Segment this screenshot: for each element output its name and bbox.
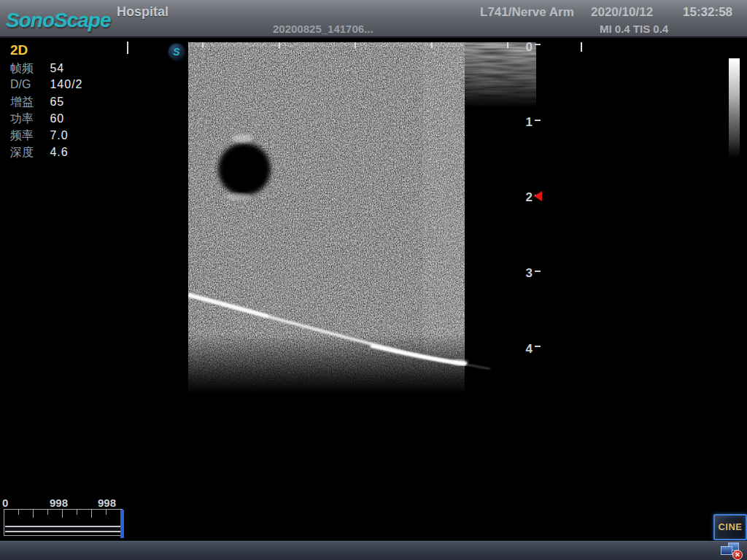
grayscale-bar: [729, 58, 740, 158]
width-ruler-tick: [507, 42, 508, 48]
param-label: 频率: [10, 128, 47, 144]
param-label: D/G: [10, 78, 47, 91]
depth-ruler-tick: [535, 44, 541, 45]
ultrasound-screen: SonoScape Hospital 20200825_141706... L7…: [0, 0, 747, 560]
depth-ruler-tick: [535, 271, 541, 272]
probe-preset: L741/Nerve Arm: [480, 5, 574, 20]
param-value: 65: [50, 96, 64, 108]
param-row-depth: 深度 4.6: [10, 145, 178, 162]
param-value: 140/2: [50, 78, 82, 90]
marker-tick: [581, 42, 582, 52]
depth-ruler-label: 4: [518, 342, 533, 357]
network-status-icon[interactable]: ✕: [721, 542, 743, 559]
param-value: 54: [50, 62, 64, 74]
cine-tick: [33, 510, 34, 518]
system-time: 15:32:58: [683, 5, 732, 20]
param-label: 功率: [10, 112, 47, 127]
param-label: 深度: [10, 145, 47, 160]
cine-tick: [47, 510, 48, 515]
system-date: 2020/10/12: [591, 5, 653, 20]
cine-tick: [91, 510, 92, 518]
param-row-dynamic-range: D/G 140/2: [10, 78, 178, 95]
imaging-mode-label: 2D: [10, 42, 28, 58]
param-label: 增益: [10, 95, 47, 110]
cine-tick: [62, 510, 63, 518]
cine-slider-track[interactable]: [5, 526, 120, 532]
depth-ruler-label: 3: [518, 266, 533, 281]
cine-current-label: 998: [50, 497, 68, 509]
depth-ruler-label: 2: [518, 190, 533, 205]
network-disconnected-icon: ✕: [732, 550, 743, 560]
param-row-power: 功率 60: [10, 112, 178, 128]
param-value: 60: [50, 112, 64, 125]
focus-marker-icon[interactable]: [534, 191, 542, 201]
width-ruler-tick: [355, 42, 356, 48]
cine-tick: [77, 510, 77, 515]
param-value: 7.0: [50, 129, 68, 141]
width-ruler-tick: [279, 42, 280, 48]
top-status-bar: SonoScape Hospital 20200825_141706... L7…: [0, 0, 747, 38]
probe-orientation-icon: S: [169, 44, 185, 60]
sonoscape-logo: SonoScape: [6, 9, 110, 32]
acoustic-indices: MI 0.4 TIS 0.4: [600, 23, 668, 35]
cine-tick: [106, 510, 107, 515]
depth-ruler-tick: [535, 120, 541, 121]
param-value: 4.6: [50, 146, 68, 158]
institution-name: Hospital: [117, 4, 169, 20]
param-row-frame-rate: 帧频 54: [10, 61, 178, 78]
exam-id: 20200825_141706...: [273, 23, 374, 35]
width-ruler-tick: [202, 42, 204, 48]
depth-ruler-tick: [535, 346, 541, 347]
cine-button[interactable]: CINE: [713, 514, 747, 540]
param-row-frequency: 频率 7.0: [10, 128, 178, 145]
tgc-cursor-tick: [127, 42, 128, 54]
network-monitor-icon: [721, 546, 732, 555]
ultrasound-speckle-render: [188, 42, 536, 394]
depth-ruler-label: 0: [518, 40, 533, 55]
ultrasound-image: [188, 42, 536, 394]
depth-ruler-label: 1: [518, 115, 533, 130]
param-row-gain: 增益 65: [10, 95, 178, 112]
cine-start-label: 0: [2, 497, 8, 509]
width-ruler-tick: [431, 42, 433, 48]
param-label: 帧频: [10, 61, 47, 77]
cine-total-label: 998: [98, 497, 116, 509]
taskbar: [0, 540, 747, 560]
cine-position-marker[interactable]: [120, 510, 124, 538]
cine-tick: [18, 510, 19, 515]
